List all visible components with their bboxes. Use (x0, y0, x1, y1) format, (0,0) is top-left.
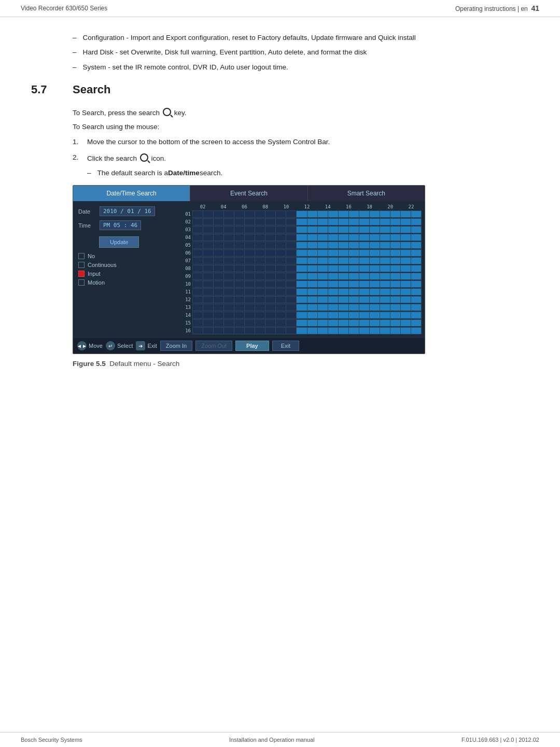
cell-6[interactable] (255, 320, 265, 326)
cell-19[interactable] (390, 211, 401, 217)
cell-13[interactable] (328, 250, 339, 256)
cell-3[interactable] (224, 219, 234, 225)
cell-15[interactable] (349, 211, 359, 217)
cell-12[interactable] (318, 258, 328, 264)
cell-14[interactable] (339, 258, 349, 264)
cell-13[interactable] (328, 297, 339, 303)
cell-21[interactable] (411, 328, 421, 334)
cell-18[interactable] (380, 234, 390, 241)
cell-12[interactable] (318, 250, 328, 256)
cell-7[interactable] (265, 320, 276, 326)
cell-18[interactable] (380, 281, 390, 287)
cell-7[interactable] (265, 297, 276, 303)
play-button[interactable]: Play (235, 341, 269, 351)
cell-6[interactable] (255, 242, 265, 248)
cell-20[interactable] (401, 258, 411, 264)
cell-13[interactable] (328, 219, 339, 225)
cell-1[interactable] (203, 273, 214, 279)
cell-7[interactable] (265, 281, 276, 287)
cell-19[interactable] (390, 265, 401, 272)
cell-15[interactable] (349, 297, 359, 303)
cell-7[interactable] (265, 250, 276, 256)
cell-5[interactable] (245, 312, 255, 318)
cell-2[interactable] (214, 281, 224, 287)
cell-3[interactable] (224, 258, 234, 264)
cell-19[interactable] (390, 312, 401, 318)
cell-3[interactable] (224, 328, 234, 334)
cell-16[interactable] (359, 265, 370, 272)
cell-4[interactable] (234, 297, 245, 303)
cell-17[interactable] (370, 297, 380, 303)
cell-17[interactable] (370, 289, 380, 295)
cell-16[interactable] (359, 273, 370, 279)
cell-6[interactable] (255, 234, 265, 241)
cell-17[interactable] (370, 281, 380, 287)
zoom-out-button[interactable]: Zoom Out (195, 341, 232, 351)
cell-0[interactable] (193, 320, 203, 326)
cell-12[interactable] (318, 273, 328, 279)
cell-3[interactable] (224, 320, 234, 326)
cell-17[interactable] (370, 250, 380, 256)
cell-11[interactable] (307, 234, 318, 241)
cell-11[interactable] (307, 242, 318, 248)
cell-8[interactable] (276, 250, 286, 256)
cell-17[interactable] (370, 328, 380, 334)
cell-15[interactable] (349, 320, 359, 326)
move-button[interactable]: ◄► Move (77, 341, 103, 350)
cell-1[interactable] (203, 242, 214, 248)
cell-13[interactable] (328, 320, 339, 326)
cell-20[interactable] (401, 250, 411, 256)
cell-7[interactable] (265, 211, 276, 217)
cell-10[interactable] (297, 312, 307, 318)
cell-6[interactable] (255, 265, 265, 272)
cell-8[interactable] (276, 297, 286, 303)
cell-9[interactable] (286, 234, 297, 241)
cell-5[interactable] (245, 328, 255, 334)
cell-7[interactable] (265, 328, 276, 334)
cell-4[interactable] (234, 219, 245, 225)
cell-10[interactable] (297, 304, 307, 311)
cell-17[interactable] (370, 265, 380, 272)
cell-11[interactable] (307, 211, 318, 217)
update-button[interactable]: Update (99, 236, 139, 248)
cell-21[interactable] (411, 297, 421, 303)
tab-smart-search[interactable]: Smart Search (308, 186, 425, 201)
cell-18[interactable] (380, 312, 390, 318)
cell-10[interactable] (297, 320, 307, 326)
cell-15[interactable] (349, 289, 359, 295)
cell-9[interactable] (286, 242, 297, 248)
cell-0[interactable] (193, 273, 203, 279)
cell-18[interactable] (380, 304, 390, 311)
cell-1[interactable] (203, 320, 214, 326)
cell-6[interactable] (255, 227, 265, 233)
cell-16[interactable] (359, 227, 370, 233)
cell-18[interactable] (380, 227, 390, 233)
cell-15[interactable] (349, 312, 359, 318)
cell-4[interactable] (234, 265, 245, 272)
cell-12[interactable] (318, 320, 328, 326)
cell-20[interactable] (401, 234, 411, 241)
cell-9[interactable] (286, 211, 297, 217)
cell-19[interactable] (390, 273, 401, 279)
cell-5[interactable] (245, 234, 255, 241)
cell-6[interactable] (255, 289, 265, 295)
cell-13[interactable] (328, 304, 339, 311)
cell-8[interactable] (276, 219, 286, 225)
cell-12[interactable] (318, 242, 328, 248)
cell-8[interactable] (276, 258, 286, 264)
checkbox-input-box[interactable] (78, 271, 85, 277)
cell-13[interactable] (328, 289, 339, 295)
cell-10[interactable] (297, 273, 307, 279)
cell-1[interactable] (203, 312, 214, 318)
cell-0[interactable] (193, 304, 203, 311)
cell-16[interactable] (359, 312, 370, 318)
checkbox-no-box[interactable] (78, 253, 85, 259)
cell-8[interactable] (276, 265, 286, 272)
cell-9[interactable] (286, 297, 297, 303)
cell-9[interactable] (286, 289, 297, 295)
cell-4[interactable] (234, 312, 245, 318)
cell-0[interactable] (193, 234, 203, 241)
cell-7[interactable] (265, 304, 276, 311)
cell-1[interactable] (203, 227, 214, 233)
cell-17[interactable] (370, 227, 380, 233)
